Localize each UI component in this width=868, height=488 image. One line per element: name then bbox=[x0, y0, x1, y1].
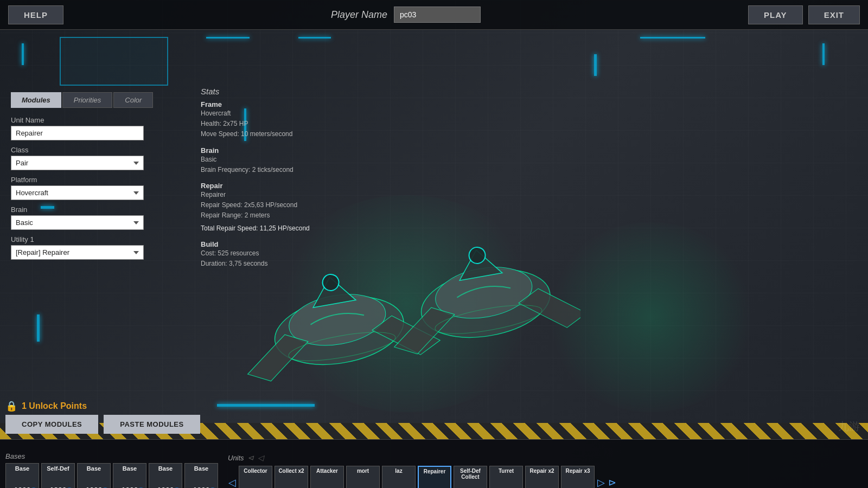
stat-build-title: Build bbox=[201, 240, 336, 248]
platform-select[interactable]: Hovercraft bbox=[11, 185, 144, 200]
form-section: Unit Name Class Pair Platform Hovercraft… bbox=[11, 116, 201, 260]
unit-card-mort[interactable]: mort 350 4 bbox=[346, 466, 380, 488]
stat-repair-range: Repair Range: 2 meters bbox=[201, 210, 336, 221]
stat-total-repair: Total Repair Speed: 11,25 HP/second bbox=[201, 223, 336, 234]
copy-modules-button[interactable]: COPY MODULES bbox=[5, 415, 98, 434]
bases-section: Bases Base 1000 1 Self-Def 1300 2 Base 1… bbox=[5, 442, 218, 485]
base-card-5[interactable]: Base 1000 5 bbox=[149, 463, 182, 488]
unit-card-attacker[interactable]: Attacker 250 3 bbox=[310, 466, 344, 488]
tab-priorities[interactable]: Priorities bbox=[62, 92, 113, 108]
unlock-section: 🔒 1 Unlock Points bbox=[5, 400, 87, 412]
player-name-label: Player Name bbox=[331, 9, 387, 21]
brain-select[interactable]: Basic bbox=[11, 215, 144, 230]
unit-card-collector[interactable]: Collector 250 1 bbox=[239, 466, 272, 488]
utility1-label: Utility 1 bbox=[11, 235, 201, 243]
unit-card-laz[interactable]: laz 450 5 bbox=[382, 466, 416, 488]
base-card-1[interactable]: Base 1000 1 bbox=[5, 463, 39, 488]
stat-repair-group: Repair Repairer Repair Speed: 2x5,63 HP/… bbox=[201, 182, 336, 234]
tabs-row: Modules Priorities Color bbox=[11, 92, 201, 108]
brain-group: Brain Basic bbox=[11, 206, 201, 230]
stat-build-group: Build Cost: 525 resources Duration: 3,75… bbox=[201, 240, 336, 269]
stat-repair-title: Repair bbox=[201, 182, 336, 190]
units-section: Units ⊲ ◁ ◁ Collector 250 1 Collect x2 5… bbox=[228, 442, 863, 485]
stats-section: Stats Frame Hovercraft Health: 2x75 HP M… bbox=[201, 87, 336, 275]
unit-name-group: Unit Name bbox=[11, 116, 201, 140]
help-button[interactable]: HELP bbox=[8, 5, 63, 24]
stat-frame-speed: Move Speed: 10 meters/second bbox=[201, 129, 336, 139]
units-nav-left-end[interactable]: ⊲ bbox=[247, 452, 254, 463]
player-name-input[interactable] bbox=[394, 7, 481, 23]
bases-cards: Base 1000 1 Self-Def 1300 2 Base 1000 3 … bbox=[5, 463, 218, 488]
utility1-group: Utility 1 [Repair] Repairer bbox=[11, 235, 201, 260]
units-nav-right-end[interactable]: ⊳ bbox=[608, 476, 617, 488]
class-group: Class Pair bbox=[11, 146, 201, 170]
unit-name-label: Unit Name bbox=[11, 116, 201, 124]
stat-frame-group: Frame Hovercraft Health: 2x75 HP Move Sp… bbox=[201, 100, 336, 140]
base-card-4[interactable]: Base 1000 4 bbox=[113, 463, 146, 488]
stat-brain-freq: Brain Frequency: 2 ticks/second bbox=[201, 165, 336, 175]
unit-card-repairer[interactable]: Repairer 525 6 bbox=[418, 466, 451, 488]
paste-modules-button[interactable]: PASTE MODULES bbox=[104, 415, 200, 434]
unit-card-repair_x3[interactable]: Repair x3 250 9 bbox=[561, 466, 595, 488]
top-bar: HELP Player Name PLAY EXIT bbox=[0, 0, 868, 30]
tab-modules[interactable]: Modules bbox=[11, 92, 61, 108]
class-label: Class bbox=[11, 146, 201, 154]
action-buttons: COPY MODULES PASTE MODULES bbox=[5, 415, 200, 434]
base-card-2[interactable]: Self-Def 1300 2 bbox=[41, 463, 75, 488]
unit-card-self-def_collect[interactable]: Self-Def Collect 250 7 bbox=[454, 466, 487, 488]
player-name-section: Player Name bbox=[331, 7, 481, 23]
unit-card-repair_x2[interactable]: Repair x2 375 8 bbox=[525, 466, 559, 488]
stat-brain-title: Brain bbox=[201, 146, 336, 155]
unlock-points-text: 1 Unlock Points bbox=[22, 401, 87, 411]
units-nav-right[interactable]: ▷ bbox=[597, 476, 605, 488]
top-right-buttons: PLAY EXIT bbox=[748, 5, 860, 24]
lock-icon: 🔒 bbox=[5, 400, 17, 412]
stat-frame-title: Frame bbox=[201, 100, 336, 108]
platform-group: Platform Hovercraft bbox=[11, 176, 201, 200]
stat-repair-speed: Repair Speed: 2x5,63 HP/second bbox=[201, 200, 336, 210]
exit-button[interactable]: EXIT bbox=[808, 5, 860, 24]
stat-frame-health: Health: 2x75 HP bbox=[201, 119, 336, 129]
base-card-3[interactable]: Base 1000 3 bbox=[77, 463, 111, 488]
watermark: 九游 bbox=[838, 419, 860, 434]
utility1-select[interactable]: [Repair] Repairer bbox=[11, 245, 144, 260]
units-nav-left[interactable]: ◁ bbox=[257, 452, 264, 463]
unit-name-input[interactable] bbox=[11, 126, 144, 140]
unit-card-turret[interactable]: Turret 250 7 bbox=[489, 466, 523, 488]
stat-build-duration: Duration: 3,75 seconds bbox=[201, 259, 336, 269]
stats-title: Stats bbox=[201, 87, 336, 96]
class-select[interactable]: Pair bbox=[11, 156, 144, 170]
brain-label: Brain bbox=[11, 206, 201, 214]
base-card-6[interactable]: Base 1000 6 bbox=[184, 463, 218, 488]
stat-brain-type: Basic bbox=[201, 155, 336, 165]
bases-label: Bases bbox=[5, 452, 218, 460]
stat-repair-type: Repairer bbox=[201, 190, 336, 200]
stat-frame-type: Hovercraft bbox=[201, 108, 336, 119]
stat-brain-group: Brain Basic Brain Frequency: 2 ticks/sec… bbox=[201, 146, 336, 175]
unit-card-collect_x2[interactable]: Collect x2 525 2 bbox=[275, 466, 308, 488]
tab-color[interactable]: Color bbox=[113, 92, 153, 108]
platform-label: Platform bbox=[11, 176, 201, 184]
units-nav-left2[interactable]: ◁ bbox=[228, 476, 237, 488]
bottom-bar: Bases Base 1000 1 Self-Def 1300 2 Base 1… bbox=[0, 439, 868, 488]
play-button[interactable]: PLAY bbox=[748, 5, 803, 24]
units-label: Units ⊲ ◁ bbox=[228, 452, 863, 463]
left-panel: Modules Priorities Color Unit Name Class… bbox=[0, 33, 206, 418]
stat-build-cost: Cost: 525 resources bbox=[201, 248, 336, 259]
units-cards: ◁ Collector 250 1 Collect x2 525 2 Attac… bbox=[228, 466, 863, 488]
